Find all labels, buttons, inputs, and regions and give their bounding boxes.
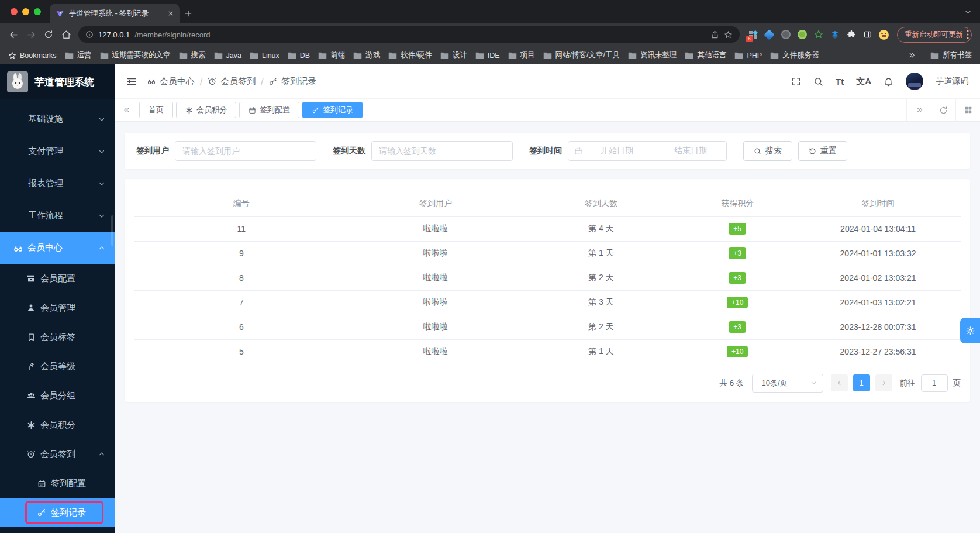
bookmark-folder[interactable]: 网站/博客/文章/工具 [543,50,620,60]
sidebar-item-member-points[interactable]: 会员积分 [0,410,115,439]
next-page-button[interactable] [875,374,892,391]
browser-tab[interactable]: 芋道管理系统 - 签到记录 [50,4,180,23]
window-close-button[interactable] [11,8,18,15]
breadcrumb-member-center[interactable]: 会员中心 [147,76,195,87]
bookmark-folder[interactable]: 项目 [508,50,535,60]
sidebar-item-signin-record[interactable]: 签到记录 [0,498,115,527]
menu-dots-icon[interactable] [967,30,969,39]
sidebar-item-member-config[interactable]: 会员配置 [0,264,115,293]
filter-days-input[interactable] [371,141,513,161]
search-icon[interactable] [813,77,823,87]
bookmark-folder[interactable]: DB [288,51,310,60]
extension-kite-icon[interactable] [764,30,774,40]
bookmark-folder[interactable]: IDE [475,51,500,60]
bookmark-folder[interactable]: 游戏 [353,50,380,60]
bookmark-folder[interactable]: Linux [250,51,279,60]
breadcrumb-member-signin[interactable]: 会员签到 [208,76,256,87]
bookmark-star-icon[interactable] [724,30,733,39]
site-info-icon[interactable] [85,30,94,39]
bell-icon[interactable] [884,77,893,87]
layout-grid-icon[interactable] [955,99,980,121]
profile-avatar-emoji[interactable] [879,30,889,40]
refresh-page-icon[interactable] [931,99,955,121]
collapse-menu-icon[interactable] [126,76,137,87]
page-number-button[interactable]: 1 [853,374,870,391]
bookmarks-manager-item[interactable]: Bookmarks [8,51,57,60]
sidebar-item-member-level[interactable]: 会员等级 [0,352,115,381]
extension-layers-icon[interactable] [830,30,840,40]
back-button[interactable] [5,26,22,43]
bookmark-folder[interactable]: 软件/硬件 [388,50,432,60]
bookmark-folder[interactable]: 前端 [318,50,345,60]
user-avatar[interactable] [906,73,923,90]
page-tab-member-points[interactable]: 会员积分 [176,102,236,118]
goto-page-input[interactable] [921,374,948,392]
all-bookmarks-item[interactable]: 所有书签 [930,50,972,60]
bookmark-folder[interactable]: 近期需要读的文章 [100,50,171,60]
page-tab-signin-config[interactable]: 签到配置 [239,102,299,118]
bookmarks-overflow-chevron-icon[interactable] [908,51,916,59]
key-icon [268,77,278,86]
breadcrumb-signin-record: 签到记录 [268,76,316,87]
font-size-icon[interactable]: Tt [836,77,844,87]
bookmark-folder[interactable]: 运营 [65,50,92,60]
bookmark-folder[interactable]: 其他语言 [685,50,726,60]
date-range-picker[interactable]: 开始日期 – 结束日期 [568,141,727,161]
reset-button[interactable]: 重置 [798,141,847,161]
sidebar-item-infrastructure[interactable]: 基础设施 [0,103,115,135]
browser-update-button[interactable]: 重新启动即可更新 [897,27,972,43]
search-button[interactable]: 搜索 [743,141,792,161]
archive-box-icon [26,274,36,283]
bookmark-folder[interactable]: 搜索 [179,50,206,60]
sidebar-scrollbar[interactable] [111,215,113,246]
window-maximize-button[interactable] [34,8,41,15]
sidebar-item-member-group[interactable]: 会员分组 [0,381,115,410]
home-button[interactable] [57,26,75,43]
extensions-puzzle-icon[interactable] [846,30,856,40]
bookmark-folder[interactable]: Java [214,51,241,60]
extension-grid-icon[interactable]: 6 [748,30,758,40]
tab-close-icon[interactable] [168,11,174,16]
sidebar-item-report[interactable]: 报表管理 [0,167,115,200]
prev-page-button[interactable] [831,374,848,391]
reload-button[interactable] [40,26,57,43]
tab-search-chevron-icon[interactable] [964,8,972,16]
window-minimize-button[interactable] [22,8,29,15]
sidebar-item-member-tag[interactable]: 会员标签 [0,322,115,352]
side-panel-icon[interactable] [862,30,872,40]
bookmarks-label: Bookmarks [20,51,57,60]
address-bar[interactable]: 127.0.0.1/member/signin/record [78,26,740,43]
sidebar-item-workflow[interactable]: 工作流程 [0,200,115,232]
page-tab-signin-record[interactable]: 签到记录 [302,102,363,118]
page-size-select[interactable]: 10条/页 [752,374,823,393]
bookmark-folder[interactable]: 资讯未整理 [628,50,677,60]
tabs-scroll-right-icon[interactable] [906,99,931,121]
settings-drawer-button[interactable] [960,318,980,343]
sidebar-item-member-manage[interactable]: 会员管理 [0,293,115,322]
bookmark-folder[interactable]: PHP [734,51,762,60]
sidebar-item-member-center[interactable]: 会员中心 [0,232,115,264]
page-tab-home[interactable]: 首页 [139,102,173,118]
extension-green-star-icon[interactable] [813,30,823,40]
date-end-placeholder[interactable]: 结束日期 [661,146,720,156]
extension-green-circle-icon[interactable] [797,30,807,40]
share-icon[interactable] [710,30,719,39]
app-logo[interactable]: 芋道管理系统 [0,64,115,99]
filter-user-input[interactable] [175,141,316,161]
date-start-placeholder[interactable]: 开始日期 [587,146,647,156]
forward-button[interactable] [22,26,40,43]
pagination-total: 共 6 条 [719,378,744,388]
new-tab-button[interactable] [180,4,197,23]
table-header-row: 编号 签到用户 签到天数 获得积分 签到时间 [134,191,961,216]
tabs-scroll-left-icon[interactable] [115,99,139,121]
language-icon[interactable]: 文A [856,76,871,87]
fullscreen-icon[interactable] [791,77,801,87]
sidebar-item-payment[interactable]: 支付管理 [0,135,115,167]
points-badge: +10 [727,297,748,308]
extension-dark-circle-icon[interactable] [781,30,791,40]
bookmark-folder[interactable]: 文件服务器 [770,50,819,60]
sidebar-item-member-signin[interactable]: 会员签到 [0,439,115,469]
sidebar-item-signin-config[interactable]: 签到配置 [0,469,115,498]
divider [923,51,923,60]
bookmark-folder[interactable]: 设计 [440,50,467,60]
